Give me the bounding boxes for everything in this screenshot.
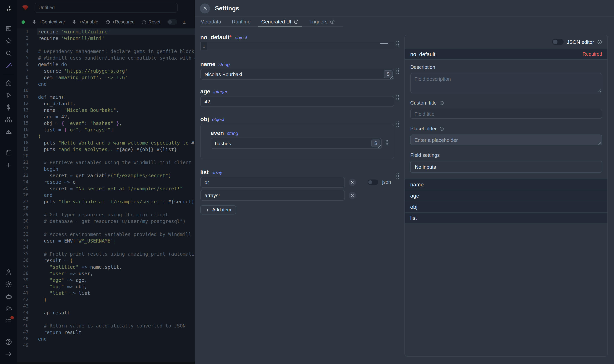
- name-input[interactable]: Nicolas Bourbaki $: [200, 69, 394, 79]
- info-icon[interactable]: [294, 19, 299, 24]
- variable-picker-button[interactable]: $: [384, 70, 392, 78]
- field-label-age: age integer: [200, 88, 394, 95]
- info-icon[interactable]: [597, 39, 602, 44]
- remove-item-button[interactable]: [349, 192, 356, 199]
- settings-modal: Settings Metadata Runtime Generated UI T…: [195, 0, 614, 364]
- no-inputs-box: No inputs: [410, 161, 602, 173]
- remove-item-button[interactable]: [349, 179, 356, 186]
- close-button[interactable]: [200, 3, 210, 13]
- field-row-obj[interactable]: obj: [405, 201, 607, 212]
- field-label-name: name string: [200, 61, 394, 68]
- field-row-age[interactable]: age: [405, 190, 607, 201]
- close-icon: [351, 181, 354, 184]
- close-icon: [351, 194, 354, 197]
- field-row-name[interactable]: name: [405, 179, 607, 190]
- field-rows: name age obj list: [405, 179, 607, 223]
- obj-group-box: even string hashes $: [200, 124, 394, 159]
- field-label-no-default: no_default* object: [200, 34, 394, 41]
- json-toggle[interactable]: [367, 180, 378, 185]
- list-item-input[interactable]: or: [200, 177, 345, 188]
- json-toggle-label: json: [382, 180, 391, 185]
- settings-tabs: Metadata Runtime Generated UI Triggers: [200, 17, 343, 27]
- custom-title-label: Custom title: [410, 100, 602, 106]
- field-label-list: list array: [200, 169, 394, 176]
- field-editor-section: Description Field description Custom tit…: [405, 60, 607, 173]
- settings-title: Settings: [215, 5, 239, 12]
- plus-icon: [205, 208, 209, 212]
- field-settings-label: Field settings: [410, 152, 602, 158]
- field-row-no-default[interactable]: no_default Required: [405, 49, 607, 60]
- json-editor-label: JSON editor: [567, 39, 594, 45]
- field-inspector-card: JSON editor no_default Required Descript…: [405, 35, 608, 357]
- resize-grip[interactable]: [598, 141, 601, 144]
- list-item-row: or json: [200, 177, 394, 188]
- drag-handle[interactable]: [385, 140, 389, 146]
- tab-runtime[interactable]: Runtime: [232, 17, 250, 27]
- age-input[interactable]: 42: [200, 96, 394, 107]
- description-textarea[interactable]: Field description: [410, 73, 602, 93]
- no-default-json-editor[interactable]: 1: [200, 42, 394, 50]
- drag-handle[interactable]: [396, 173, 400, 179]
- field-row-list[interactable]: list: [405, 212, 607, 223]
- tab-metadata[interactable]: Metadata: [200, 17, 221, 27]
- tab-generated-ui[interactable]: Generated UI: [261, 17, 299, 27]
- json-editor-toggle[interactable]: [552, 39, 564, 45]
- drag-handle[interactable]: [396, 94, 400, 101]
- list-item-input[interactable]: arrays!: [200, 190, 345, 201]
- description-label: Description: [410, 64, 602, 70]
- drag-handle[interactable]: [396, 68, 400, 74]
- even-input[interactable]: hashes $: [211, 138, 382, 149]
- drag-handle[interactable]: [396, 121, 400, 127]
- app-viewport: Untitled +Context var +Variable +Resourc…: [0, 0, 614, 364]
- arguments-form: no_default* object 1 name string Nicolas…: [200, 34, 394, 214]
- info-icon[interactable]: [439, 126, 444, 131]
- variable-picker-button[interactable]: $: [371, 140, 380, 147]
- info-icon[interactable]: [330, 19, 335, 24]
- editor-gutter: 1: [201, 42, 207, 50]
- modal-backdrop[interactable]: [0, 0, 195, 364]
- placeholder-label: Placeholder: [410, 126, 602, 131]
- json-editor-row: JSON editor: [405, 35, 607, 49]
- scrollbar-thumb[interactable]: [380, 43, 388, 44]
- required-asterisk: *: [230, 34, 232, 40]
- required-badge: Required: [583, 52, 602, 57]
- generated-ui-content: no_default* object 1 name string Nicolas…: [195, 27, 614, 364]
- field-label-even: even string: [211, 130, 238, 136]
- placeholder-input[interactable]: Enter a placeholder: [410, 134, 602, 145]
- add-item-button[interactable]: Add item: [200, 205, 236, 214]
- info-icon[interactable]: [439, 101, 444, 105]
- close-icon: [203, 6, 207, 10]
- settings-header: Settings: [195, 0, 614, 17]
- list-item-row: arrays!: [200, 190, 394, 201]
- custom-title-input[interactable]: Field title: [410, 109, 602, 119]
- resize-grip[interactable]: [598, 89, 601, 92]
- tab-triggers[interactable]: Triggers: [309, 17, 335, 27]
- drag-handle[interactable]: [396, 41, 400, 47]
- field-label-obj: obj object: [200, 116, 394, 123]
